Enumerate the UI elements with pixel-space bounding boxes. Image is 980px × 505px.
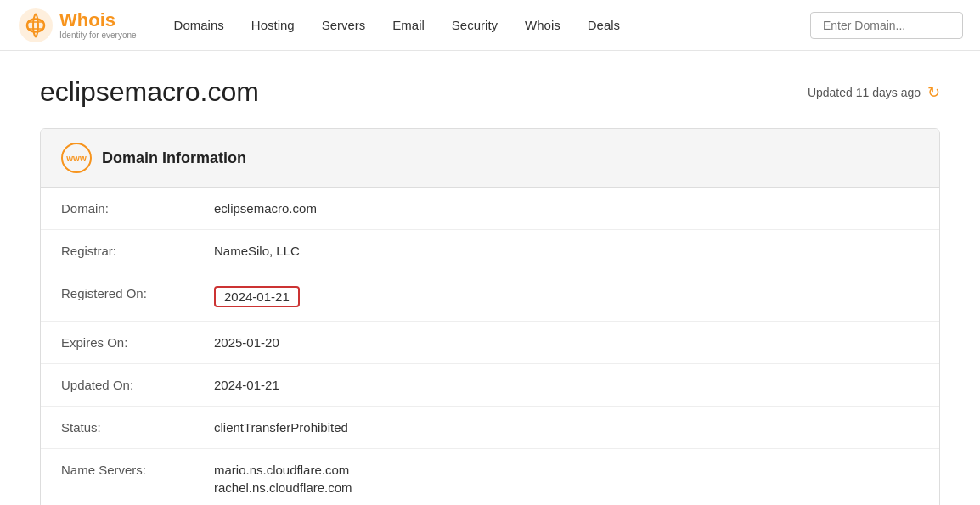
updated-info: Updated 11 days ago ↻: [808, 83, 940, 102]
nav-security[interactable]: Security: [440, 11, 510, 39]
nameservers-value: mario.ns.cloudflare.com rachel.ns.cloudf…: [214, 463, 352, 495]
registered-on-label: Registered On:: [61, 286, 214, 300]
domain-info-card: www Domain Information Domain: eclipsema…: [40, 128, 940, 505]
updated-label: Updated 11 days ago: [808, 86, 921, 99]
table-row: Registered On: 2024-01-21: [41, 272, 939, 322]
card-body: Domain: eclipsemacro.com Registrar: Name…: [41, 188, 939, 505]
table-row: Name Servers: mario.ns.cloudflare.com ra…: [41, 449, 939, 505]
domain-value: eclipsemacro.com: [214, 201, 317, 216]
domain-label: Domain:: [61, 201, 214, 216]
card-header: www Domain Information: [41, 129, 939, 188]
www-icon: www: [61, 143, 92, 173]
nav-email[interactable]: Email: [380, 11, 436, 39]
logo-link[interactable]: Whois Identity for everyone: [17, 7, 137, 44]
page-header: eclipsemacro.com Updated 11 days ago ↻: [40, 76, 940, 108]
nameserver-1: mario.ns.cloudflare.com: [214, 463, 352, 477]
card-title: Domain Information: [102, 149, 246, 167]
domain-search-input[interactable]: [810, 12, 963, 39]
expires-on-label: Expires On:: [61, 335, 214, 350]
table-row: Expires On: 2025-01-20: [41, 322, 939, 364]
logo-whois-text: Whois: [59, 10, 137, 31]
table-row: Status: clientTransferProhibited: [41, 407, 939, 449]
nameserver-2: rachel.ns.cloudflare.com: [214, 480, 352, 495]
refresh-icon[interactable]: ↻: [927, 83, 940, 102]
updated-on-label: Updated On:: [61, 378, 214, 392]
registrar-value: NameSilo, LLC: [214, 244, 300, 258]
updated-on-value: 2024-01-21: [214, 378, 279, 392]
nav-domains[interactable]: Domains: [162, 11, 236, 39]
nav-whois[interactable]: Whois: [513, 11, 572, 39]
table-row: Registrar: NameSilo, LLC: [41, 230, 939, 272]
logo-icon: [17, 7, 54, 44]
page-title: eclipsemacro.com: [40, 76, 259, 108]
nav-links: Domains Hosting Servers Email Security W…: [162, 11, 810, 39]
nav-servers[interactable]: Servers: [310, 11, 378, 39]
main-content: eclipsemacro.com Updated 11 days ago ↻ w…: [23, 51, 957, 505]
navbar: Whois Identity for everyone Domains Host…: [0, 0, 980, 51]
registered-on-value: 2024-01-21: [214, 286, 300, 307]
status-value: clientTransferProhibited: [214, 420, 348, 435]
table-row: Updated On: 2024-01-21: [41, 364, 939, 407]
logo-tagline: Identity for everyone: [59, 31, 137, 40]
registrar-label: Registrar:: [61, 244, 214, 258]
table-row: Domain: eclipsemacro.com: [41, 188, 939, 230]
expires-on-value: 2025-01-20: [214, 335, 279, 350]
nav-hosting[interactable]: Hosting: [239, 11, 307, 39]
nav-deals[interactable]: Deals: [576, 11, 632, 39]
status-label: Status:: [61, 420, 214, 435]
nameservers-label: Name Servers:: [61, 463, 214, 477]
